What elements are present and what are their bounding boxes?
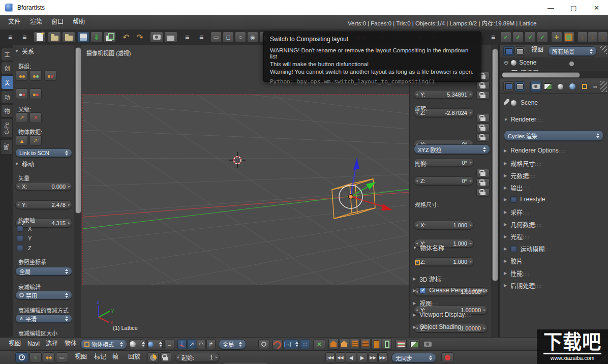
falloff-type-dropdown[interactable]: ∧ 平滑 xyxy=(15,314,72,323)
section-performance[interactable]: 性能 xyxy=(504,269,603,278)
timeline-view-menu[interactable]: 视图 xyxy=(75,350,87,364)
panel-drag-dots[interactable] xyxy=(559,147,566,154)
add-plane-icon[interactable]: ▭ xyxy=(210,32,222,43)
panel-drag-dots[interactable] xyxy=(34,161,41,168)
panel-drag-dots[interactable] xyxy=(535,282,542,289)
menu-icon[interactable]: ≡ xyxy=(4,32,16,43)
tab-world[interactable] xyxy=(567,81,578,92)
apply-visual-transform-icon[interactable]: ✛ xyxy=(551,32,562,43)
link-to-scene-button[interactable]: Link to SCN xyxy=(15,148,72,157)
menu-help[interactable]: 帮助 xyxy=(73,15,85,29)
marker-menu[interactable]: 标记 xyxy=(94,350,106,364)
clear-rotation-icon[interactable]: ↓ xyxy=(588,32,598,43)
door-open-icon[interactable] xyxy=(382,338,392,350)
panel-drag-dots[interactable] xyxy=(535,160,542,167)
section-view[interactable]: 视图 xyxy=(413,299,490,308)
make-links-data-icon[interactable]: ▲ xyxy=(16,135,28,146)
panel-drag-dots[interactable] xyxy=(523,258,530,265)
proportional-edit-toggle[interactable] xyxy=(258,339,269,349)
menu-icon[interactable]: ≡ xyxy=(195,32,207,43)
copy-rotation-icon[interactable] xyxy=(339,338,349,350)
tab-create[interactable]: 创 xyxy=(1,62,13,75)
editor-type-icon[interactable] xyxy=(503,46,514,56)
rotation-mode-dropdown[interactable]: XYZ 欧拉 xyxy=(414,144,490,154)
remove-from-group-icon[interactable] xyxy=(44,70,56,81)
collapse-icon[interactable]: ⊖ xyxy=(504,59,508,66)
rotation-z-field[interactable]: Z:0° xyxy=(414,176,474,185)
tab-relations[interactable]: 关 xyxy=(1,75,13,89)
panel-drag-dots[interactable] xyxy=(545,196,553,203)
next-keyframe-button[interactable]: ▶▶ xyxy=(368,352,378,362)
undo-icon[interactable]: ↶ xyxy=(120,32,132,43)
tab-layers[interactable]: 层/ xyxy=(1,139,13,155)
lock-icon[interactable] xyxy=(476,114,490,123)
panel-drag-dots[interactable] xyxy=(536,116,543,123)
proportional-edit-dropdown[interactable]: 禁用 xyxy=(15,291,72,299)
frame-end-field[interactable]: 结束:250 xyxy=(222,362,269,364)
snap-target-icon[interactable]: ∷ xyxy=(300,339,310,349)
snap-element-dropdown[interactable]: |↔| xyxy=(284,339,299,349)
scene-image-icon[interactable] xyxy=(409,339,420,349)
maximize-button[interactable]: ▢ xyxy=(562,0,585,15)
panel-drag-dots[interactable] xyxy=(544,246,552,253)
camera-icon[interactable] xyxy=(422,339,433,349)
properties-editor-icon[interactable] xyxy=(514,81,525,92)
prev-keyframe-button[interactable]: ◀◀ xyxy=(336,352,345,362)
panel-drag-dots[interactable] xyxy=(523,185,530,192)
move-x-field[interactable]: X:0.000 xyxy=(15,182,72,191)
tab-constraints[interactable]: ∞ xyxy=(590,81,600,92)
move-layers-icon[interactable] xyxy=(396,339,407,349)
add-to-group-icon[interactable] xyxy=(16,70,28,81)
render-image-icon[interactable] xyxy=(150,32,163,43)
panel-drag-dots[interactable] xyxy=(535,221,542,228)
motion-blur-checkbox[interactable] xyxy=(510,246,517,252)
panel-drag-dots[interactable] xyxy=(523,233,530,240)
object-menu[interactable]: 物体 xyxy=(65,337,77,351)
copy-all-icon[interactable] xyxy=(360,338,371,350)
view-menu[interactable]: 视图 xyxy=(9,337,21,351)
translate-manipulator-icon[interactable]: ↗ xyxy=(187,339,196,349)
render-engine-dropdown[interactable]: Cycles 渲染 xyxy=(504,130,603,141)
menu-render[interactable]: 渲染 xyxy=(30,15,42,29)
panel-drag-dots[interactable] xyxy=(441,276,448,283)
fcurve-icon[interactable]: ≈ xyxy=(29,352,42,362)
apply-location-icon[interactable]: ✓ xyxy=(500,32,511,43)
panel-drag-dots[interactable] xyxy=(432,300,439,307)
scrollbar-thumb[interactable] xyxy=(492,49,498,281)
editor-type-icon[interactable] xyxy=(503,81,514,92)
relations-panel-header[interactable]: 关系 xyxy=(15,47,75,55)
minimize-button[interactable]: — xyxy=(539,0,562,15)
panel-drag-dots[interactable] xyxy=(461,323,468,330)
new-file-icon[interactable] xyxy=(34,32,46,43)
copy-scale-icon[interactable] xyxy=(350,338,360,350)
mode-dropdown[interactable]: 物体模式 xyxy=(80,339,127,349)
tab-render-layers[interactable] xyxy=(542,81,554,92)
play-reverse-button[interactable]: ◀ xyxy=(346,352,356,362)
snap-magnet-toggle[interactable] xyxy=(272,339,283,349)
outliner-view-menu[interactable]: 视图 xyxy=(531,43,543,57)
make-duplicates-real-icon[interactable] xyxy=(563,32,574,43)
clear-parent-icon[interactable]: ✕ xyxy=(29,112,42,123)
panel-drag-dots[interactable] xyxy=(444,245,451,252)
transform-orientation-dropdown[interactable]: 全局 xyxy=(219,339,246,349)
editor-corner-grip[interactable] xyxy=(598,46,607,55)
section-output[interactable]: 输出 xyxy=(504,184,603,192)
rotate-manipulator-icon[interactable]: ◠ xyxy=(197,339,206,349)
add-cube-icon[interactable]: ◻ xyxy=(223,32,234,43)
close-button[interactable]: ✕ xyxy=(585,0,608,15)
restrict-toggle-icon[interactable] xyxy=(569,62,574,66)
list-icon[interactable]: ≔ xyxy=(56,352,68,362)
viewport-3d[interactable]: 摄像机视图 (透视) z y x (1) Lattice xyxy=(81,45,409,337)
object-name-panel-header[interactable]: 物体名称 xyxy=(413,244,489,252)
outliner-display-dropdown[interactable]: 所有场景 xyxy=(548,46,597,56)
door-icon[interactable] xyxy=(371,338,381,350)
panel-drag-dots[interactable] xyxy=(523,209,530,216)
outliner-scene-item[interactable]: ⊖ Scene xyxy=(504,59,536,66)
axis-x-checkbox[interactable] xyxy=(17,225,23,232)
outliner-filter-icon[interactable] xyxy=(514,46,525,56)
section-grease-pencil[interactable]: Grease Pencil Layers xyxy=(413,287,490,294)
frame-menu[interactable]: 帧 xyxy=(112,350,118,364)
make-single-user-icon[interactable]: ➚ xyxy=(29,135,42,146)
copy-location-icon[interactable] xyxy=(328,338,339,350)
renderer-panel-header[interactable]: Renderer xyxy=(504,116,603,123)
